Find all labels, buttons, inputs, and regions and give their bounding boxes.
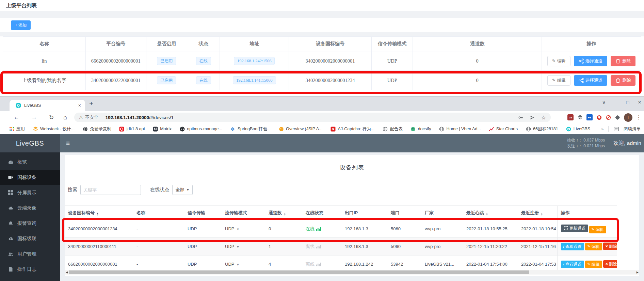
column-header[interactable]: 最近注册▲▼ bbox=[518, 206, 557, 220]
blocker-icon[interactable] bbox=[606, 115, 611, 120]
send-rate: 发送 ↓： 0.021 Mbps bbox=[567, 143, 605, 149]
browser-menu-icon[interactable]: ⋮ bbox=[636, 114, 641, 120]
delete-button[interactable]: ×删除 bbox=[603, 243, 617, 250]
bookmark-item[interactable]: jdk1.8 api bbox=[119, 126, 145, 132]
adblock-hand-icon[interactable] bbox=[596, 115, 602, 120]
stream-mode-select[interactable]: UDP▼ bbox=[222, 238, 265, 255]
update-channels-button[interactable]: 更新通道 bbox=[561, 225, 588, 232]
reading-list-label[interactable]: 阅读清单 bbox=[624, 126, 641, 132]
bookmark-item[interactable]: 应用 bbox=[9, 126, 25, 132]
bookmark-item[interactable]: 66国标28181 bbox=[526, 126, 558, 132]
delete-button[interactable]: 删除 bbox=[611, 56, 635, 66]
bookmark-item[interactable]: docsify bbox=[410, 126, 431, 132]
bookmark-item[interactable]: SpringBoot打包... bbox=[230, 126, 271, 132]
scrollbar-thumb[interactable] bbox=[69, 270, 529, 274]
sidebar-item-label: 国标设备 bbox=[17, 175, 36, 181]
home-icon[interactable]: ⌂ bbox=[63, 111, 67, 124]
sidebar-item-grid[interactable]: 分屏展示 bbox=[0, 185, 60, 200]
device-table: 设备国标编号▲▼名称信令传输流传输模式通道数▲▼在线状态出口IP端口厂家最近心跳… bbox=[65, 205, 617, 273]
reading-list-icon[interactable] bbox=[613, 126, 619, 132]
edit-button[interactable]: ✎编辑 bbox=[585, 261, 602, 268]
status-with-chart[interactable]: 离线 bbox=[306, 261, 321, 267]
delete-button[interactable]: 删除 bbox=[611, 75, 635, 86]
column-header[interactable]: 通道数▲▼ bbox=[265, 206, 302, 220]
online-status[interactable]: 离线 bbox=[302, 238, 341, 255]
bookmark-label: Home | Vben Ad... bbox=[447, 127, 481, 131]
add-platform-button[interactable]: + 添加 bbox=[11, 20, 31, 30]
sidebar-toggle-icon[interactable]: ≡ bbox=[66, 134, 70, 152]
stream-mode-select[interactable]: UDP▼ bbox=[222, 220, 265, 238]
status-with-chart[interactable]: 离线 bbox=[306, 244, 321, 250]
profile-avatar[interactable]: I bbox=[624, 113, 632, 122]
bookmark-item[interactable]: Home | Vben Ad... bbox=[439, 126, 481, 132]
bookmark-item[interactable]: GAJ-Captcha: 行为... bbox=[330, 126, 374, 132]
forward-icon[interactable]: → bbox=[31, 111, 37, 124]
edit-button[interactable]: ✎编辑 bbox=[589, 226, 606, 233]
sort-icon[interactable]: ▲▼ bbox=[96, 212, 99, 216]
sort-icon[interactable]: ▲▼ bbox=[284, 212, 286, 216]
online-status[interactable]: 在线 bbox=[302, 220, 341, 238]
scroll-left-icon[interactable]: ◀ bbox=[65, 271, 69, 274]
key-icon[interactable] bbox=[518, 115, 524, 120]
bookmark-item[interactable]: Motrix bbox=[152, 126, 172, 132]
bookmark-item[interactable]: LiveGBS bbox=[566, 126, 590, 132]
view-channels-button[interactable]: i查看通道 bbox=[561, 243, 584, 250]
select-channel-button[interactable]: 选择通道 bbox=[574, 56, 607, 66]
edit-button[interactable]: ✎编辑 bbox=[547, 75, 570, 86]
sort-icon[interactable]: ▲▼ bbox=[541, 212, 543, 216]
horizontal-scrollbar[interactable]: ◀ ▶ bbox=[65, 270, 639, 275]
bookmark-item[interactable]: optimus-manage... bbox=[179, 126, 222, 132]
delete-button[interactable]: ×删除 bbox=[603, 260, 617, 268]
window-close-icon[interactable]: × bbox=[637, 99, 642, 106]
browser-tab-livegbs[interactable]: Q LiveGBS × bbox=[10, 100, 85, 111]
bookmark-item[interactable]: 免登录复制 bbox=[82, 126, 111, 132]
window-chevron-icon[interactable]: ∨ bbox=[601, 100, 606, 105]
app-logo[interactable]: LiveGBS bbox=[0, 134, 60, 152]
column-header[interactable]: 最近心跳▲▼ bbox=[463, 206, 518, 220]
welcome-user[interactable]: 欢迎, admin bbox=[613, 134, 641, 152]
send-icon[interactable] bbox=[530, 115, 535, 120]
bookmark-label: docsify bbox=[418, 127, 431, 131]
sidebar-item-bell[interactable]: 报警查询 bbox=[0, 216, 60, 231]
window-maximize-icon[interactable]: □ bbox=[625, 100, 630, 105]
search-input[interactable] bbox=[80, 185, 141, 195]
incognito-extension-icon[interactable] bbox=[577, 115, 583, 120]
sidebar-item-doc[interactable]: 操作日志 bbox=[0, 262, 60, 277]
reload-icon[interactable]: ↻ bbox=[49, 111, 54, 124]
sidebar-item-gear[interactable]: ⚙基础配置 bbox=[0, 277, 60, 281]
window-minimize-icon[interactable]: — bbox=[613, 100, 618, 105]
bookmark-item[interactable]: Overview (JSIP A... bbox=[278, 126, 322, 132]
sort-icon[interactable]: ▲▼ bbox=[486, 212, 488, 216]
fe-extension-icon[interactable]: FE bbox=[586, 114, 593, 120]
select-channel-button[interactable]: 选择通道 bbox=[574, 75, 607, 86]
tab-close-icon[interactable]: × bbox=[78, 103, 81, 108]
js-extension-icon[interactable]: JS bbox=[567, 114, 574, 120]
edit-button[interactable]: ✎编辑 bbox=[585, 243, 602, 250]
puzzle-extensions-icon[interactable] bbox=[615, 115, 620, 120]
transport-mode: UDP bbox=[372, 71, 413, 90]
column-header[interactable]: 设备国标编号▲▼ bbox=[65, 206, 133, 220]
online-status-select[interactable]: 全部▼ bbox=[172, 185, 193, 195]
new-tab-button[interactable]: + bbox=[89, 99, 93, 108]
address-bar[interactable]: ⚠ 不安全 192.168.1.141:20000 /#/devices/1 ☆ bbox=[74, 113, 551, 122]
device-name: - bbox=[133, 220, 184, 238]
sidebar-item-cloud[interactable]: 云端录像 bbox=[0, 200, 60, 216]
bookmark-item[interactable]: Webstack - 设计... bbox=[33, 126, 75, 132]
edit-button[interactable]: ✎编辑 bbox=[547, 56, 570, 66]
column-header: 平台编号 bbox=[85, 37, 146, 51]
sidebar-item-camera[interactable]: 国标设备 bbox=[0, 170, 60, 185]
bookmark-star-icon[interactable]: ☆ bbox=[541, 114, 546, 121]
bookmark-item[interactable]: Star Charts bbox=[489, 126, 518, 132]
sidebar-item-users[interactable]: 用户管理 bbox=[0, 246, 60, 262]
actions-cell: 更新通道✎编辑 bbox=[557, 220, 617, 238]
view-channels-button[interactable]: i查看通道 bbox=[561, 261, 584, 268]
camera-icon bbox=[7, 175, 14, 180]
back-icon[interactable]: ← bbox=[14, 111, 19, 124]
sidebar-item-gauge[interactable]: 概览 bbox=[0, 154, 60, 170]
scroll-right-icon[interactable]: ▶ bbox=[637, 271, 639, 274]
globe-bookmark-icon bbox=[526, 126, 531, 132]
bookmark-item[interactable]: 配色表 bbox=[382, 126, 403, 132]
bookmarks-overflow-icon[interactable]: » bbox=[601, 127, 603, 132]
status-with-chart[interactable]: 在线 bbox=[306, 226, 321, 232]
sidebar-item-cloud-up[interactable]: 国标级联 bbox=[0, 231, 60, 246]
